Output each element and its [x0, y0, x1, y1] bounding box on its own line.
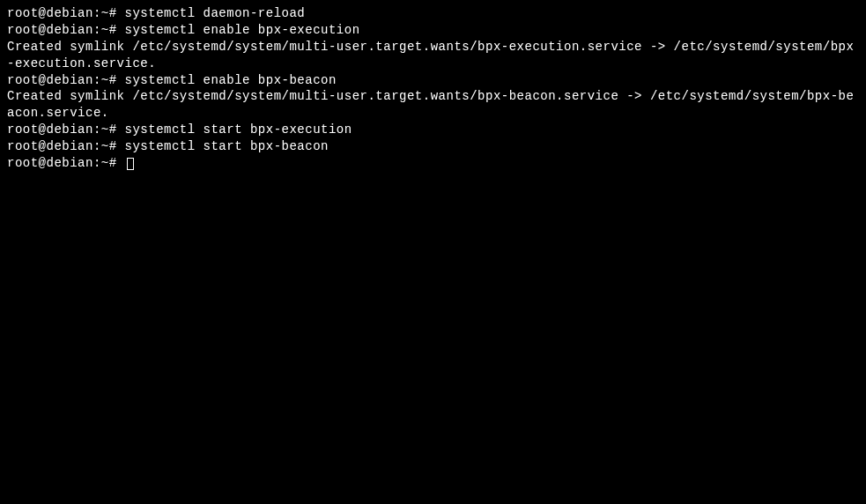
terminal-line: Created symlink /etc/systemd/system/mult… — [7, 88, 859, 122]
terminal-line: root@debian:~# systemctl start bpx-execu… — [7, 122, 859, 138]
terminal-line: root@debian:~# — [7, 155, 859, 172]
cursor-icon — [127, 158, 134, 170]
shell-prompt: root@debian:~# — [7, 122, 125, 137]
shell-prompt: root@debian:~# — [7, 73, 125, 87]
terminal-line: root@debian:~# systemctl enable bpx-beac… — [7, 72, 859, 89]
shell-prompt: root@debian:~# — [7, 156, 125, 170]
command-text: systemctl enable bpx-execution — [125, 23, 360, 37]
command-text: systemctl start bpx-beacon — [125, 139, 329, 153]
command-text: systemctl daemon-reload — [125, 6, 306, 20]
shell-prompt: root@debian:~# — [7, 6, 125, 20]
terminal-line: root@debian:~# systemctl start bpx-beaco… — [7, 138, 859, 155]
terminal-line: root@debian:~# systemctl daemon-reload — [7, 5, 859, 22]
command-text: systemctl enable bpx-beacon — [125, 73, 337, 87]
terminal-line: root@debian:~# systemctl enable bpx-exec… — [7, 22, 859, 39]
terminal-output[interactable]: root@debian:~# systemctl daemon-reloadro… — [7, 5, 859, 172]
output-text: Created symlink /etc/systemd/system/mult… — [7, 89, 854, 120]
shell-prompt: root@debian:~# — [7, 23, 125, 37]
output-text: Created symlink /etc/systemd/system/mult… — [7, 40, 854, 70]
shell-prompt: root@debian:~# — [7, 139, 125, 153]
command-text: systemctl start bpx-execution — [125, 122, 352, 137]
terminal-line: Created symlink /etc/systemd/system/mult… — [7, 39, 859, 72]
